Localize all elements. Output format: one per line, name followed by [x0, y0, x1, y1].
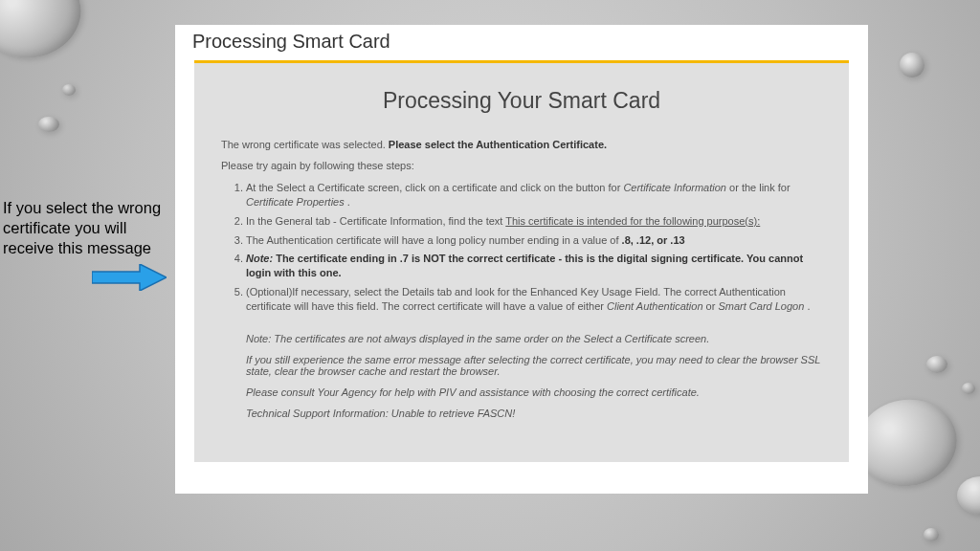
- notes-block: Note: The certificates are not always di…: [221, 333, 822, 419]
- error-panel: Processing Your Smart Card The wrong cer…: [194, 60, 849, 462]
- step-3: The Authentication certificate will have…: [246, 233, 822, 248]
- note-agency: Please consult Your Agency for help with…: [246, 386, 822, 398]
- step-emph: Smart Card Logon: [718, 300, 804, 312]
- steps-list: At the Select a Certificate screen, clic…: [221, 181, 822, 314]
- steps-intro: Please try again by following these step…: [221, 160, 822, 171]
- error-card: Processing Smart Card Processing Your Sm…: [175, 25, 868, 494]
- step-note-label: Note:: [246, 253, 273, 264]
- svg-marker-0: [92, 264, 167, 291]
- error-prefix: The wrong certificate was selected.: [221, 139, 389, 150]
- water-drop-icon: [900, 53, 924, 77]
- step-text: The Authentication certificate will have…: [246, 234, 622, 246]
- step-text: or: [703, 300, 719, 312]
- note-ssl: If you still experience the same error m…: [246, 354, 822, 377]
- arrow-right-icon: [92, 264, 167, 291]
- tech-support-info: Technical Support Information: Unable to…: [246, 408, 822, 419]
- step-1: At the Select a Certificate screen, clic…: [246, 181, 822, 209]
- water-drop-icon: [924, 528, 939, 541]
- water-drop-icon: [962, 383, 975, 394]
- step-underline: This certificate is intended for the fol…: [505, 215, 760, 227]
- step-emph: Certificate Information: [623, 182, 726, 193]
- error-line: The wrong certificate was selected. Plea…: [221, 139, 822, 150]
- annotation-text: If you select the wrong certificate you …: [3, 198, 175, 258]
- water-drop-icon: [38, 117, 59, 132]
- water-drop-icon: [62, 84, 76, 96]
- panel-title: Processing Your Smart Card: [221, 88, 822, 114]
- step-text: .: [345, 196, 350, 208]
- step-2: In the General tab - Certificate Informa…: [246, 214, 822, 229]
- step-emph: Certificate Properties: [246, 196, 345, 208]
- note-order: Note: The certificates are not always di…: [246, 333, 822, 344]
- step-5: (Optional)If necessary, select the Detai…: [246, 285, 822, 314]
- step-text: At the Select a Certificate screen, clic…: [246, 182, 623, 193]
- step-bold: .8, .12, or .13: [622, 234, 685, 246]
- step-text: .: [804, 300, 810, 312]
- step-4: Note: The certificate ending in .7 is NO…: [246, 252, 822, 280]
- water-drop-icon: [926, 356, 947, 373]
- error-instruction: Please select the Authentication Certifi…: [389, 139, 607, 150]
- step-text: or the link for: [726, 182, 791, 193]
- window-title: Processing Smart Card: [175, 25, 868, 60]
- step-emph: Client Authentication: [607, 300, 703, 312]
- step-text: In the General tab - Certificate Informa…: [246, 215, 505, 227]
- step-note-text: The certificate ending in .7 is NOT the …: [246, 253, 803, 278]
